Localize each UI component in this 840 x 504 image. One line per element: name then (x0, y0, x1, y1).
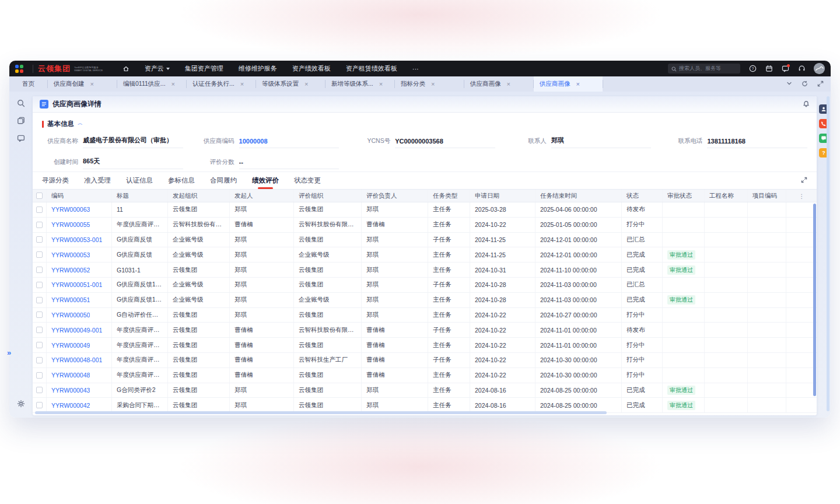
code-link[interactable]: YYRW000048 (51, 372, 90, 379)
nav-item-4[interactable]: 资产绩效看板 (292, 64, 331, 73)
global-search-input[interactable]: 搜索人员、服务等 (668, 64, 740, 74)
close-icon[interactable]: × (576, 81, 580, 88)
table-row[interactable]: YYRW000051-001G供应商反馈1028-1企业账号级郑琪云领集团郑琪子… (33, 278, 817, 293)
table-row[interactable]: YYRW000055年度供应商评价002云智科技股份有限公...曹倩楠云智科技股… (33, 218, 817, 233)
checkbox[interactable] (36, 312, 43, 318)
nav-item-3[interactable]: 维修维护服务 (239, 64, 277, 73)
code-link[interactable]: YYRW000053-001 (51, 236, 102, 243)
basic-info-header[interactable]: 基本信息 ︿ (42, 120, 807, 128)
code-link[interactable]: YYRW000052 (51, 267, 90, 274)
table-row[interactable]: YYRW000049年度供应商评价002云领集团曹倩楠云领集团曹倩楠主任务202… (33, 338, 817, 353)
row-select[interactable] (33, 247, 47, 262)
row-select[interactable] (33, 323, 47, 337)
code-link[interactable]: YYRW000063 (51, 206, 90, 213)
tab-绩效评价[interactable]: 绩效评价 (252, 172, 279, 189)
table-row[interactable]: YYRW000053G供应商反馈企业账号级郑琪企业账号级郑琪主任务2024-11… (33, 247, 817, 262)
close-icon[interactable]: × (379, 81, 383, 88)
search-icon[interactable] (16, 99, 26, 108)
table-row[interactable]: YYRW000052G1031-1云领集团郑琪云领集团郑琪主任务2024-10-… (33, 262, 817, 278)
row-select[interactable] (33, 383, 47, 398)
table-row[interactable]: YYRW000053-001G供应商反馈企业账号级郑琪云领集团郑琪子任务2024… (33, 233, 817, 248)
checkbox[interactable] (36, 387, 43, 393)
doc-tab-5[interactable]: 新增等级体系...× (326, 76, 394, 92)
nav-item-2[interactable]: 集团资产管理 (185, 64, 223, 73)
nav-item-6[interactable]: ··· (412, 65, 419, 72)
tab-home[interactable]: 首页 (9, 76, 47, 92)
close-icon[interactable]: × (90, 81, 94, 88)
table-row[interactable]: YYRW00006311云领集团郑琪云领集团郑琪主任务2025-03-28202… (33, 202, 817, 218)
doc-tab-4[interactable]: 等级体系设置× (256, 76, 325, 92)
message-icon[interactable] (781, 65, 789, 73)
row-select[interactable] (33, 262, 47, 277)
checkbox[interactable] (36, 342, 43, 348)
table-row[interactable]: YYRW000043G合同类评价2云领集团郑琪云领集团郑琪主任务2024-08-… (33, 383, 817, 398)
checkbox[interactable] (36, 327, 43, 333)
close-icon[interactable]: × (431, 81, 435, 88)
page-scrollbar[interactable] (827, 96, 830, 411)
row-select[interactable] (33, 278, 47, 292)
header-select-all[interactable] (33, 190, 47, 202)
row-select[interactable] (33, 368, 47, 383)
announcement-icon[interactable] (803, 99, 810, 110)
chevron-down-icon[interactable] (786, 80, 792, 88)
row-select[interactable] (33, 338, 47, 352)
field-value[interactable]: 10000008 (239, 138, 340, 148)
tab-参标信息[interactable]: 参标信息 (168, 172, 195, 189)
checkbox[interactable] (36, 267, 43, 273)
close-icon[interactable]: × (240, 81, 244, 88)
panels-icon[interactable] (16, 116, 26, 125)
code-link[interactable]: YYRW000048-001 (51, 356, 102, 363)
checkbox[interactable] (36, 372, 43, 379)
doc-tab-3[interactable]: 认证任务执行...× (187, 76, 256, 92)
code-link[interactable]: YYRW000049 (51, 342, 90, 349)
close-icon[interactable]: × (172, 81, 175, 88)
nav-item-1[interactable]: 资产云 (145, 64, 170, 73)
vertical-scrollbar[interactable] (813, 204, 816, 396)
row-select[interactable] (33, 218, 47, 232)
table-row[interactable]: YYRW000048-001年度供应商评价001云领集团曹倩楠云智科技生产工厂曹… (33, 353, 817, 368)
table-row[interactable]: YYRW000051G供应商反馈1028-1企业账号级郑琪企业账号级郑琪主任务2… (33, 293, 817, 308)
checkbox[interactable] (36, 222, 43, 228)
avatar[interactable] (814, 63, 825, 74)
code-link[interactable]: YYRW000042 (51, 402, 90, 409)
tab-状态变更[interactable]: 状态变更 (294, 172, 321, 189)
code-link[interactable]: YYRW000049-001 (51, 327, 102, 334)
code-link[interactable]: YYRW000055 (51, 221, 90, 228)
nav-item-5[interactable]: 资产租赁绩效看板 (346, 64, 397, 73)
tab-寻源分类[interactable]: 寻源分类 (42, 172, 69, 189)
code-link[interactable]: YYRW000053 (51, 251, 90, 258)
home-icon[interactable] (123, 65, 130, 72)
table-row[interactable]: YYRW000048年度供应商评价001云领集团曹倩楠云领集团曹倩楠主任务202… (33, 368, 817, 383)
checkbox[interactable] (36, 236, 43, 243)
chat-icon[interactable] (16, 134, 26, 143)
horizontal-scrollbar[interactable] (35, 411, 607, 414)
checkbox[interactable] (36, 297, 43, 303)
checkbox[interactable] (36, 206, 43, 213)
table-row[interactable]: YYRW000050G自动评价任务1022云领集团郑琪云领集团郑琪主任务2024… (33, 308, 817, 323)
row-select[interactable] (33, 233, 47, 247)
row-select[interactable] (33, 308, 47, 323)
doc-tab-2[interactable]: 编辑0111供应...× (117, 76, 186, 92)
row-select[interactable] (33, 398, 47, 412)
doc-tab-6[interactable]: 指标分类× (395, 76, 464, 92)
checkbox[interactable] (36, 402, 43, 408)
table-expand-icon[interactable] (801, 177, 807, 184)
checkbox[interactable] (36, 282, 43, 288)
gear-icon[interactable] (16, 399, 26, 408)
code-link[interactable]: YYRW000043 (51, 387, 90, 394)
checkbox[interactable] (36, 251, 43, 258)
tab-认证信息[interactable]: 认证信息 (126, 172, 153, 189)
collapse-handle-icon[interactable]: » (7, 348, 11, 357)
code-link[interactable]: YYRW000051-001 (51, 281, 102, 288)
row-select[interactable] (33, 202, 47, 217)
doc-tab-7[interactable]: 供应商画像× (464, 76, 533, 92)
calendar-icon[interactable] (765, 65, 773, 73)
help-icon[interactable]: ? (748, 65, 757, 73)
tab-合同履约[interactable]: 合同履约 (210, 172, 237, 189)
table-row[interactable]: YYRW000049-001年度供应商评价002云领集团曹倩楠云智科技股份有限公… (33, 323, 817, 338)
row-select[interactable] (33, 353, 47, 368)
tab-准入受理[interactable]: 准入受理 (84, 172, 111, 189)
doc-tab-1[interactable]: 供应商创建× (48, 76, 117, 92)
row-select[interactable] (33, 293, 47, 307)
code-link[interactable]: YYRW000050 (51, 312, 90, 318)
